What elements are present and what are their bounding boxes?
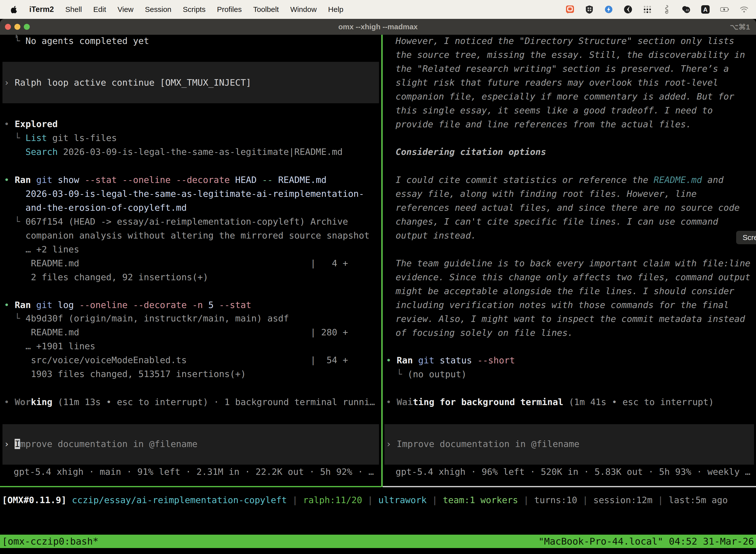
right-prompt-box[interactable]: [384, 424, 754, 465]
apple-menu-icon[interactable]: [11, 5, 18, 13]
shield-grid-icon[interactable]: [585, 5, 594, 14]
menu-bar-status-icons: ..61 A: [566, 5, 756, 14]
menu-item-edit[interactable]: Edit: [93, 5, 106, 14]
screen-tooltip-label: Scre: [743, 233, 756, 242]
minimize-button[interactable]: [14, 24, 20, 30]
compass-badge-icon[interactable]: [604, 5, 613, 14]
tree-line-remnant: [16, 35, 17, 38]
menu-item-app[interactable]: iTerm2: [29, 5, 54, 14]
battery-charging-icon[interactable]: [720, 5, 729, 14]
badge-61-label: ..61: [685, 8, 690, 12]
title-bar: omx --xhigh --madmax ⌥⌘1: [0, 19, 756, 35]
separator-left-green: [0, 486, 381, 487]
left-prompt-box[interactable]: [2, 424, 379, 465]
screen-tooltip-button[interactable]: Scre: [736, 231, 756, 244]
badge-61-icon[interactable]: ..61: [682, 5, 691, 14]
squiggle-icon[interactable]: [662, 5, 671, 14]
close-button[interactable]: [5, 24, 11, 30]
letter-a-label: A: [703, 6, 707, 13]
tmux-host-clock-label: "MacBook-Pro-44.local" 04:52 31-Mar-26: [539, 536, 754, 547]
menu-item-shell[interactable]: Shell: [65, 5, 82, 14]
separator-right-gray: [383, 486, 756, 487]
tmux-session-label: [omx-cczip0:bash*: [2, 536, 99, 547]
letter-a-icon[interactable]: A: [701, 5, 710, 14]
menu-item-help[interactable]: Help: [328, 5, 343, 14]
terminal-content[interactable]: [0, 35, 756, 535]
menu-bar-left: iTerm2 ShellEditViewSessionScriptsProfil…: [0, 5, 343, 14]
ralph-loop-box: [2, 62, 379, 103]
menu-bar: iTerm2 ShellEditViewSessionScriptsProfil…: [0, 0, 756, 19]
dark-disc-icon[interactable]: [624, 5, 632, 14]
dots-grid-icon[interactable]: [643, 5, 652, 14]
tmux-status-bar: [omx-cczip0:bash* "MacBook-Pro-44.local"…: [0, 535, 756, 548]
menu-item-session[interactable]: Session: [145, 5, 171, 14]
window-shortcut-badge: ⌥⌘1: [730, 19, 750, 35]
wifi-icon[interactable]: [740, 5, 749, 14]
menu-item-profiles[interactable]: Profiles: [217, 5, 242, 14]
menu-item-view[interactable]: View: [118, 5, 133, 14]
pane-divider[interactable]: [381, 35, 383, 487]
menu-item-window[interactable]: Window: [290, 5, 317, 14]
chat-bubble-icon[interactable]: [566, 5, 574, 14]
window-title: omx --xhigh --madmax: [338, 22, 418, 31]
menu-item-toolbelt[interactable]: Toolbelt: [253, 5, 279, 14]
zoom-button[interactable]: [24, 24, 30, 30]
menu-item-scripts[interactable]: Scripts: [183, 5, 206, 14]
